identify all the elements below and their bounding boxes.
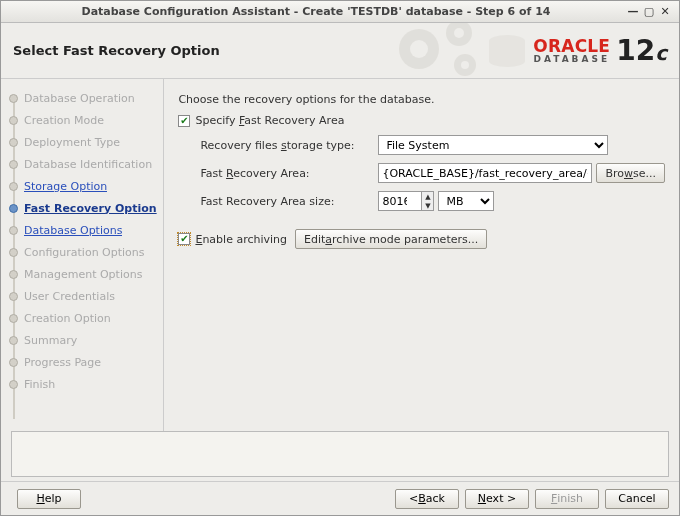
content-panel: Choose the recovery options for the data… [164, 79, 679, 431]
footer: Help < Back Next > Finish Cancel [1, 481, 679, 515]
back-button[interactable]: < Back [395, 489, 459, 509]
step-database-options[interactable]: Database Options [9, 219, 163, 241]
svg-point-1 [410, 40, 428, 58]
brand-version-suffix: c [655, 41, 667, 65]
step-storage-option[interactable]: Storage Option [9, 175, 163, 197]
browse-button[interactable]: Browse... [596, 163, 665, 183]
help-button[interactable]: Help [17, 489, 81, 509]
message-area [11, 431, 669, 477]
svg-point-8 [489, 55, 525, 67]
page-title: Select Fast Recovery Option [13, 43, 220, 58]
message-spacer [178, 253, 665, 421]
brand-oracle: ORACLE [533, 38, 610, 55]
edit-archive-params-button[interactable]: Edit archive mode parameters... [295, 229, 487, 249]
fra-size-label: Fast Recovery Area size: [178, 195, 378, 208]
cancel-button[interactable]: Cancel [605, 489, 669, 509]
fra-size-input[interactable] [378, 191, 422, 211]
brand-version: 12 [616, 34, 655, 67]
storage-type-label: Recovery files storage type: [178, 139, 378, 152]
close-icon[interactable]: ✕ [657, 5, 673, 18]
window: Database Configuration Assistant - Creat… [0, 0, 680, 516]
specify-fra-checkbox[interactable] [178, 115, 190, 127]
titlebar: Database Configuration Assistant - Creat… [1, 1, 679, 23]
step-creation-mode: Creation Mode [9, 109, 163, 131]
step-finish: Finish [9, 373, 163, 395]
step-database-operation: Database Operation [9, 87, 163, 109]
finish-button: Finish [535, 489, 599, 509]
step-management-options: Management Options [9, 263, 163, 285]
step-fast-recovery-option[interactable]: Fast Recovery Option [9, 197, 163, 219]
next-button[interactable]: Next > [465, 489, 529, 509]
specify-fra-label: Specify Fast Recovery Area [195, 114, 344, 127]
step-deployment-type: Deployment Type [9, 131, 163, 153]
svg-point-5 [461, 61, 469, 69]
spinner-up-icon[interactable]: ▲ [422, 192, 433, 201]
brand-database: DATABASE [533, 55, 610, 64]
brand-logo: ORACLE DATABASE 12c [525, 34, 667, 67]
gears-decor [379, 23, 529, 79]
spinner-down-icon[interactable]: ▼ [422, 201, 433, 210]
window-title: Database Configuration Assistant - Creat… [7, 5, 625, 18]
step-creation-option: Creation Option [9, 307, 163, 329]
step-summary: Summary [9, 329, 163, 351]
body: Database Operation Creation Mode Deploym… [1, 79, 679, 431]
fra-path-input[interactable] [378, 163, 592, 183]
intro-text: Choose the recovery options for the data… [178, 93, 665, 106]
fra-path-label: Fast Recovery Area: [178, 167, 378, 180]
step-database-identification: Database Identification [9, 153, 163, 175]
step-user-credentials: User Credentials [9, 285, 163, 307]
fra-size-unit-select[interactable]: MB [438, 191, 494, 211]
step-configuration-options: Configuration Options [9, 241, 163, 263]
storage-type-select[interactable]: File System [378, 135, 608, 155]
minimize-icon[interactable]: — [625, 5, 641, 18]
fra-size-spinner[interactable]: ▲▼ [378, 191, 434, 211]
maximize-icon[interactable]: ▢ [641, 5, 657, 18]
wizard-steps-sidebar: Database Operation Creation Mode Deploym… [1, 79, 164, 431]
svg-point-3 [454, 28, 464, 38]
enable-archiving-checkbox[interactable] [178, 233, 190, 245]
step-progress-page: Progress Page [9, 351, 163, 373]
enable-archiving-label: Enable archiving [195, 233, 287, 246]
header: Select Fast Recovery Option ORACLE DATAB… [1, 23, 679, 79]
